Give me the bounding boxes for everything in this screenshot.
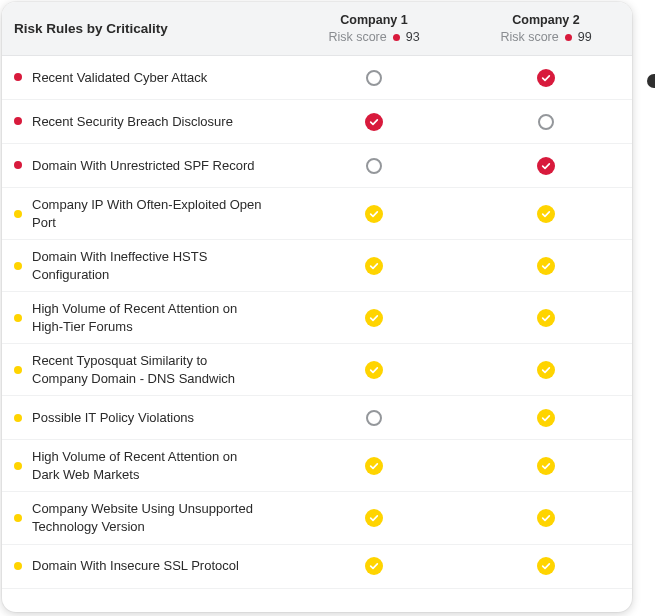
status-check-red-icon <box>537 69 555 87</box>
rule-label: Company IP With Often-Exploited Open Por… <box>32 196 264 231</box>
table-row: Domain With Ineffective HSTS Configurati… <box>2 240 632 292</box>
rule-label-cell: Company IP With Often-Exploited Open Por… <box>2 196 288 231</box>
criticality-dot-icon <box>14 366 22 374</box>
table-row: Recent Typosquat Similarity to Company D… <box>2 344 632 396</box>
status-cell-company-1 <box>288 70 460 86</box>
rule-label-cell: Recent Security Breach Disclosure <box>2 113 288 131</box>
rule-label-cell: Recent Validated Cyber Attack <box>2 69 288 87</box>
rule-label-cell: High Volume of Recent Attention on Dark … <box>2 448 288 483</box>
table-row: Recent Security Breach Disclosure <box>2 100 632 144</box>
status-check-yellow-icon <box>365 557 383 575</box>
status-check-yellow-icon <box>365 257 383 275</box>
rule-label: Domain With Insecure SSL Protocol <box>32 557 239 575</box>
status-empty-icon <box>366 410 382 426</box>
status-check-yellow-icon <box>537 509 555 527</box>
table-row: High Volume of Recent Attention on High-… <box>2 292 632 344</box>
company-name: Company 2 <box>512 13 579 27</box>
criticality-dot-icon <box>14 414 22 422</box>
rule-label-cell: Possible IT Policy Violations <box>2 409 288 427</box>
status-check-yellow-icon <box>537 361 555 379</box>
status-cell-company-2 <box>460 257 632 275</box>
column-header-company-2: Company 2 Risk score 99 <box>460 2 632 55</box>
criticality-dot-icon <box>565 34 572 41</box>
status-cell-company-2 <box>460 457 632 475</box>
rule-label-cell: Domain With Ineffective HSTS Configurati… <box>2 248 288 283</box>
rule-label: High Volume of Recent Attention on High-… <box>32 300 264 335</box>
column-header-company-1: Company 1 Risk score 93 <box>288 2 460 55</box>
company-name: Company 1 <box>340 13 407 27</box>
criticality-dot-icon <box>393 34 400 41</box>
status-check-yellow-icon <box>365 361 383 379</box>
table-row: Possible IT Policy Violations <box>2 396 632 440</box>
criticality-dot-icon <box>14 73 22 81</box>
score-label: Risk score <box>328 30 386 44</box>
status-empty-icon <box>366 70 382 86</box>
criticality-dot-icon <box>14 562 22 570</box>
score-value: 93 <box>406 30 420 44</box>
status-cell-company-1 <box>288 257 460 275</box>
status-cell-company-2 <box>460 69 632 87</box>
status-check-yellow-icon <box>537 557 555 575</box>
status-check-red-icon <box>365 113 383 131</box>
table-row: High Volume of Recent Attention on Dark … <box>2 440 632 492</box>
rule-label-cell: Company Website Using Unsupported Techno… <box>2 500 288 535</box>
status-cell-company-1 <box>288 557 460 575</box>
rule-label: High Volume of Recent Attention on Dark … <box>32 448 264 483</box>
table-header: Risk Rules by Criticality Company 1 Risk… <box>2 2 632 56</box>
status-cell-company-2 <box>460 557 632 575</box>
criticality-dot-icon <box>14 210 22 218</box>
risk-comparison-panel: Risk Rules by Criticality Company 1 Risk… <box>2 2 632 612</box>
status-cell-company-1 <box>288 309 460 327</box>
status-check-yellow-icon <box>365 205 383 223</box>
table-row: Domain With Insecure SSL Protocol <box>2 545 632 589</box>
edge-indicator-icon <box>647 74 655 88</box>
rule-label-cell: Recent Typosquat Similarity to Company D… <box>2 352 288 387</box>
status-check-yellow-icon <box>365 457 383 475</box>
table-row: Company Website Using Unsupported Techno… <box>2 492 632 544</box>
status-empty-icon <box>538 114 554 130</box>
table-body: Recent Validated Cyber AttackRecent Secu… <box>2 56 632 589</box>
score-label: Risk score <box>500 30 558 44</box>
table-row: Recent Validated Cyber Attack <box>2 56 632 100</box>
status-cell-company-1 <box>288 113 460 131</box>
criticality-dot-icon <box>14 161 22 169</box>
status-check-yellow-icon <box>537 205 555 223</box>
rule-label-cell: Domain With Unrestricted SPF Record <box>2 157 288 175</box>
criticality-dot-icon <box>14 314 22 322</box>
criticality-dot-icon <box>14 262 22 270</box>
status-empty-icon <box>366 158 382 174</box>
status-check-yellow-icon <box>365 309 383 327</box>
table-row: Domain With Unrestricted SPF Record <box>2 144 632 188</box>
status-cell-company-2 <box>460 409 632 427</box>
status-cell-company-2 <box>460 114 632 130</box>
status-cell-company-2 <box>460 509 632 527</box>
status-check-yellow-icon <box>537 309 555 327</box>
status-cell-company-2 <box>460 157 632 175</box>
criticality-dot-icon <box>14 462 22 470</box>
rule-label: Recent Validated Cyber Attack <box>32 69 207 87</box>
status-cell-company-1 <box>288 509 460 527</box>
rule-label: Domain With Ineffective HSTS Configurati… <box>32 248 264 283</box>
rule-label-cell: Domain With Insecure SSL Protocol <box>2 557 288 575</box>
company-score: Risk score 99 <box>500 30 591 44</box>
status-cell-company-2 <box>460 309 632 327</box>
status-cell-company-1 <box>288 205 460 223</box>
rule-label: Domain With Unrestricted SPF Record <box>32 157 255 175</box>
score-value: 99 <box>578 30 592 44</box>
status-cell-company-1 <box>288 457 460 475</box>
rule-label-cell: High Volume of Recent Attention on High-… <box>2 300 288 335</box>
status-cell-company-2 <box>460 205 632 223</box>
status-check-yellow-icon <box>537 257 555 275</box>
header-title: Risk Rules by Criticality <box>2 2 288 55</box>
criticality-dot-icon <box>14 117 22 125</box>
rule-label: Company Website Using Unsupported Techno… <box>32 500 264 535</box>
status-check-yellow-icon <box>537 409 555 427</box>
status-cell-company-1 <box>288 361 460 379</box>
status-check-yellow-icon <box>365 509 383 527</box>
status-cell-company-2 <box>460 361 632 379</box>
rule-label: Recent Typosquat Similarity to Company D… <box>32 352 264 387</box>
status-cell-company-1 <box>288 158 460 174</box>
status-cell-company-1 <box>288 410 460 426</box>
rule-label: Recent Security Breach Disclosure <box>32 113 233 131</box>
status-check-red-icon <box>537 157 555 175</box>
